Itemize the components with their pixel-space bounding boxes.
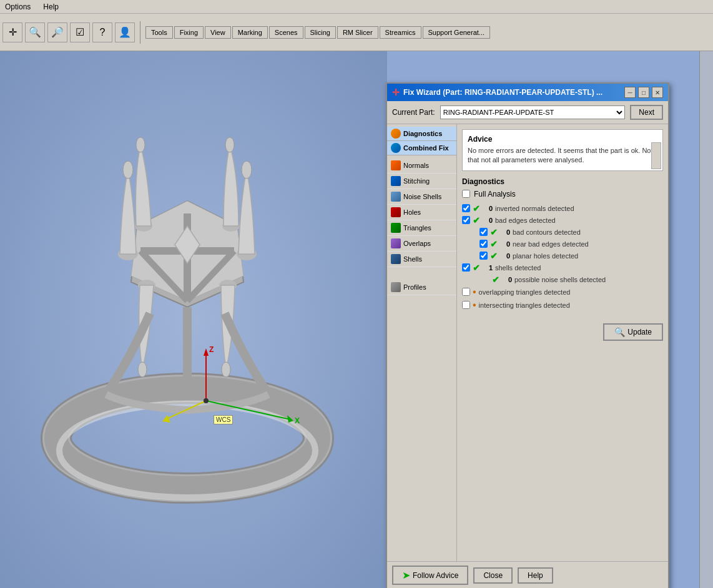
- search-icon[interactable]: 🔍: [25, 22, 45, 42]
- planar-holes-check: ✔: [490, 251, 498, 261]
- fixing-menu[interactable]: Fixing: [174, 26, 204, 39]
- current-part-label: Current Part:: [392, 108, 435, 117]
- combined-fix-section[interactable]: Combined Fix: [387, 141, 456, 155]
- diagnostics-label: Diagnostics: [403, 130, 442, 137]
- diagnostics-section[interactable]: Diagnostics: [387, 127, 456, 141]
- update-icon: 🔍: [614, 327, 625, 337]
- bad-edges-count: 0: [483, 217, 493, 224]
- overlapping-checkbox[interactable]: [462, 288, 470, 296]
- overlapping-dot: •: [473, 287, 476, 298]
- svg-text:X: X: [295, 416, 300, 425]
- noise-shells-count: 0: [502, 276, 512, 283]
- view-menu[interactable]: View: [205, 26, 231, 39]
- diagnostics-icon: [391, 129, 401, 139]
- overlapping-desc: overlapping triangles detected: [479, 288, 571, 296]
- combined-fix-icon: [391, 143, 401, 153]
- update-label: Update: [627, 328, 652, 336]
- menu-options[interactable]: Options: [2, 1, 33, 12]
- shells-icon: [391, 254, 401, 264]
- near-bad-edges-checkbox[interactable]: [479, 240, 488, 248]
- noise-shells-label: Noise Shells: [403, 193, 441, 200]
- fix-wizard-dialog: ✛ Fix Wizard (Part: RING-RADIANT-PEAR-UP…: [386, 82, 669, 588]
- tools-menu[interactable]: Tools: [145, 26, 173, 39]
- near-bad-edges-check: ✔: [490, 239, 498, 249]
- shells-checkbox[interactable]: [462, 263, 470, 272]
- check-icon[interactable]: ☑: [70, 22, 90, 42]
- search2-icon[interactable]: 🔎: [47, 22, 67, 42]
- bad-edges-checkbox[interactable]: [462, 216, 470, 224]
- diag-row-shells: ✔ 1 shells detected: [462, 263, 663, 273]
- bad-contours-checkbox[interactable]: [479, 228, 488, 236]
- restore-button[interactable]: □: [638, 87, 649, 98]
- question-icon[interactable]: ?: [92, 22, 112, 42]
- sidebar-item-normals[interactable]: Normals: [387, 158, 456, 174]
- sidebar-nav: Diagnostics Combined Fix Normals Stitchi…: [387, 124, 457, 561]
- holes-label: Holes: [403, 208, 421, 216]
- combined-fix-label: Combined Fix: [403, 144, 449, 152]
- marking-menu[interactable]: Marking: [232, 26, 268, 39]
- full-analysis-checkbox[interactable]: [462, 190, 470, 198]
- advice-scrollbar[interactable]: [651, 142, 661, 169]
- follow-advice-label: Follow Advice: [413, 571, 458, 580]
- right-side-strip: [699, 51, 713, 588]
- viewport-3d[interactable]: Z X WCS: [0, 51, 387, 588]
- next-button[interactable]: Next: [630, 105, 663, 120]
- update-button[interactable]: 🔍 Update: [603, 323, 663, 341]
- svg-point-31: [204, 398, 209, 403]
- rm-slicer-menu[interactable]: RM Slicer: [337, 26, 378, 39]
- support-gen-menu[interactable]: Support Generat...: [423, 26, 491, 39]
- diag-row-planar-holes: ✔ 0 planar holes detected: [479, 251, 663, 261]
- profiles-label: Profiles: [403, 283, 426, 291]
- follow-advice-icon: ➤: [402, 569, 410, 581]
- bad-edges-desc: bad edges detected: [495, 217, 556, 224]
- follow-advice-button[interactable]: ➤ Follow Advice: [392, 566, 468, 585]
- near-bad-edges-desc: near bad edges detected: [513, 240, 589, 248]
- scenes-menu[interactable]: Scenes: [269, 26, 303, 39]
- planar-holes-count: 0: [500, 252, 510, 260]
- sidebar-item-holes[interactable]: Holes: [387, 205, 456, 220]
- overlaps-label: Overlaps: [403, 240, 431, 247]
- overlaps-icon: [391, 238, 401, 248]
- title-controls: ─ □ ✕: [624, 87, 663, 98]
- close-dialog-button[interactable]: Close: [473, 567, 513, 584]
- wcs-label: WCS: [214, 415, 233, 424]
- bad-contours-count: 0: [500, 228, 510, 236]
- intersecting-dot: •: [473, 300, 476, 311]
- svg-point-14: [242, 161, 252, 179]
- streamics-menu[interactable]: Streamics: [380, 26, 421, 39]
- intersecting-checkbox[interactable]: [462, 301, 470, 309]
- svg-point-12: [123, 161, 133, 179]
- menu-bar: Options Help: [0, 0, 713, 14]
- menu-help[interactable]: Help: [41, 1, 61, 12]
- full-analysis-row: Full Analysis: [462, 190, 663, 198]
- svg-point-20: [138, 362, 147, 377]
- sidebar-item-shells[interactable]: Shells: [387, 252, 456, 267]
- bad-edges-check: ✔: [473, 215, 480, 225]
- full-analysis-label: Full Analysis: [474, 190, 516, 198]
- shells-count: 1: [483, 264, 493, 272]
- near-bad-edges-count: 0: [500, 240, 510, 248]
- current-part-select[interactable]: RING-RADIANT-PEAR-UPDATE-ST: [440, 105, 626, 119]
- inverted-normals-count: 0: [483, 205, 493, 212]
- slicing-menu[interactable]: Slicing: [305, 26, 336, 39]
- sidebar-item-overlaps[interactable]: Overlaps: [387, 236, 456, 252]
- minimize-button[interactable]: ─: [624, 87, 636, 98]
- sidebar-item-triangles[interactable]: Triangles: [387, 220, 456, 236]
- sidebar-item-profiles[interactable]: Profiles: [387, 280, 456, 295]
- shells-label: Shells: [403, 255, 422, 263]
- advice-label: Advice: [468, 135, 657, 144]
- close-button[interactable]: ✕: [652, 87, 663, 98]
- planar-holes-checkbox[interactable]: [479, 252, 488, 260]
- noise-shells-check: ✔: [492, 275, 499, 285]
- advice-box: Advice No more errors are detected. It s…: [462, 129, 663, 171]
- sidebar-item-stitching[interactable]: Stitching: [387, 174, 456, 189]
- diag-row-near-bad-edges: ✔ 0 near bad edges detected: [479, 239, 663, 249]
- sidebar-item-noise-shells[interactable]: Noise Shells: [387, 189, 456, 205]
- person-icon[interactable]: 👤: [115, 22, 135, 42]
- help-button[interactable]: Help: [518, 567, 553, 584]
- dialog-title: Fix Wizard (Part: RING-RADIANT-PEAR-UPDA…: [403, 88, 602, 97]
- inverted-normals-checkbox[interactable]: [462, 204, 470, 212]
- move-icon[interactable]: ✛: [2, 22, 22, 42]
- stitching-label: Stitching: [403, 177, 430, 185]
- svg-text:Z: Z: [209, 345, 214, 354]
